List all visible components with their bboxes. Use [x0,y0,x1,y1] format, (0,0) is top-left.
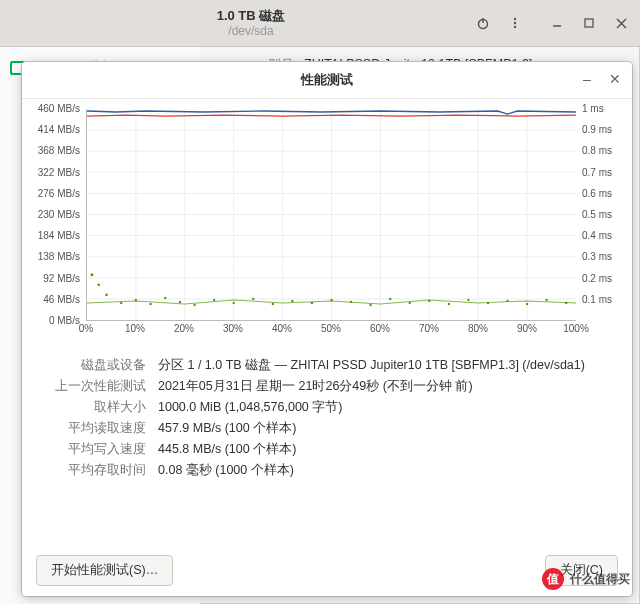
y-left-tick: 368 MB/s [32,145,80,156]
y-right-tick: 0.3 ms [582,251,612,262]
svg-point-33 [164,297,166,299]
x-tick: 20% [174,323,194,334]
y-right-tick: 1 ms [582,103,604,114]
watermark: 值 什么值得买 [542,568,630,590]
dialog-minimize-button[interactable]: – [576,68,598,90]
info-table: 磁盘或设备分区 1 / 1.0 TB 磁盘 — ZHITAI PSSD Jupi… [36,353,618,483]
svg-point-38 [252,298,254,300]
sample-size-label: 取样大小 [36,399,146,416]
svg-point-36 [213,299,215,301]
svg-rect-6 [585,19,593,27]
watermark-text: 什么值得买 [570,571,630,588]
y-left-tick: 322 MB/s [32,167,80,178]
svg-point-32 [149,303,151,305]
disk-value: 分区 1 / 1.0 TB 磁盘 — ZHITAI PSSD Jupiter10… [158,357,618,374]
avg-access-label: 平均存取时间 [36,462,146,479]
start-benchmark-button[interactable]: 开始性能测试(S)… [36,555,173,586]
y-left-tick: 184 MB/s [32,230,80,241]
svg-point-37 [233,302,235,304]
power-icon[interactable] [468,9,498,37]
last-test-value: 2021年05月31日 星期一 21时26分49秒 (不到一分钟 前) [158,378,618,395]
x-tick: 30% [223,323,243,334]
y-left-tick: 92 MB/s [32,273,80,284]
y-right-tick: 0.5 ms [582,209,612,220]
window-title: 1.0 TB 磁盘 [34,8,468,24]
maximize-button[interactable] [574,9,604,37]
benchmark-dialog: 性能测试 – ✕ 460 MB/s414 MB/s368 MB/s322 MB/… [22,62,632,596]
sample-size-value: 1000.0 MiB (1,048,576,000 字节) [158,399,618,416]
x-tick: 80% [468,323,488,334]
avg-read-label: 平均读取速度 [36,420,146,437]
dialog-close-button[interactable]: ✕ [604,68,626,90]
last-test-label: 上一次性能测试 [36,378,146,395]
svg-point-48 [448,303,450,305]
window-subtitle: /dev/sda [34,24,468,38]
x-tick: 40% [272,323,292,334]
disk-label: 磁盘或设备 [36,357,146,374]
y-left-tick: 460 MB/s [32,103,80,114]
svg-point-52 [526,303,528,305]
svg-point-27 [90,273,93,276]
x-tick: 0% [79,323,93,334]
svg-point-34 [179,301,181,303]
svg-point-28 [97,284,100,287]
menu-icon[interactable] [500,9,530,37]
y-left-tick: 0 MB/s [32,315,80,326]
svg-point-40 [291,300,293,302]
x-tick: 10% [125,323,145,334]
x-tick: 70% [419,323,439,334]
y-right-tick: 0.2 ms [582,273,612,284]
y-right-tick: 0.7 ms [582,167,612,178]
svg-point-30 [120,302,122,304]
y-right-tick: 0.4 ms [582,230,612,241]
svg-point-45 [389,298,391,300]
avg-read-value: 457.9 MB/s (100 个样本) [158,420,618,437]
svg-point-35 [193,304,195,306]
close-button[interactable] [606,9,636,37]
svg-point-3 [514,22,516,24]
y-left-tick: 414 MB/s [32,124,80,135]
y-right-tick: 0.8 ms [582,145,612,156]
avg-access-value: 0.08 毫秒 (1000 个样本) [158,462,618,479]
dialog-title: 性能测试 [301,71,353,89]
x-tick: 50% [321,323,341,334]
x-tick: 60% [370,323,390,334]
svg-point-49 [467,299,469,301]
svg-point-53 [545,299,547,301]
y-left-tick: 46 MB/s [32,294,80,305]
svg-point-29 [105,294,108,297]
y-right-tick: 0.6 ms [582,188,612,199]
svg-point-2 [514,18,516,20]
x-tick: 90% [517,323,537,334]
y-left-tick: 138 MB/s [32,251,80,262]
avg-write-label: 平均写入速度 [36,441,146,458]
svg-point-39 [272,303,274,305]
y-right-tick: 0.9 ms [582,124,612,135]
x-tick: 100% [563,323,589,334]
y-left-tick: 276 MB/s [32,188,80,199]
titlebar: 1.0 TB 磁盘 /dev/sda [0,0,640,47]
main-window: 1.0 TB 磁盘 /dev/sda 512 GB 磁盘 型号 ZHITAI P… [0,0,640,604]
avg-write-value: 445.8 MB/s (100 个样本) [158,441,618,458]
y-left-tick: 230 MB/s [32,209,80,220]
benchmark-chart: 460 MB/s414 MB/s368 MB/s322 MB/s276 MB/s… [36,109,618,339]
svg-point-44 [369,304,371,306]
y-right-tick: 0.1 ms [582,294,612,305]
watermark-icon: 值 [542,568,564,590]
minimize-button[interactable] [542,9,572,37]
svg-point-4 [514,26,516,28]
